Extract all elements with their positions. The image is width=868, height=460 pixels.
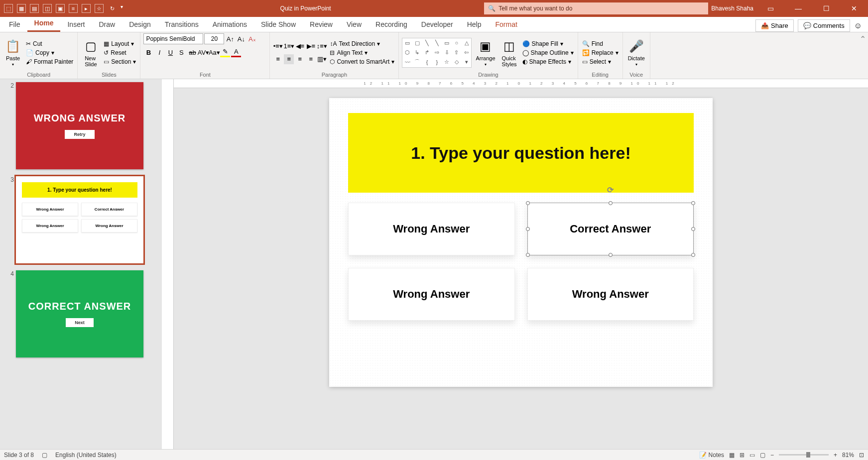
tab-home[interactable]: Home xyxy=(27,15,61,32)
tab-help[interactable]: Help xyxy=(460,17,489,32)
qat-icon[interactable]: ▦ xyxy=(17,4,26,13)
columns-button[interactable]: ▥▾ xyxy=(317,54,327,64)
qat-icon[interactable]: ▸ xyxy=(82,4,91,13)
slide-canvas-area[interactable]: 12 11 10 9 8 7 6 5 4 3 2 1 0 1 2 3 4 5 6… xyxy=(174,79,868,449)
zoom-out-button[interactable]: − xyxy=(770,452,774,459)
ribbon-display-icon[interactable]: ▭ xyxy=(759,0,781,16)
selection-handle[interactable] xyxy=(691,227,695,231)
selection-handle[interactable] xyxy=(691,201,695,205)
rotate-handle-icon[interactable]: ⟳ xyxy=(607,185,614,195)
redo-icon[interactable]: ↻ xyxy=(108,4,117,13)
shapes-gallery[interactable]: ▭▢╲╲▭○△ ⬡↳↱⇨⇩⇧⇦ 〰⌒{}☆◇▾ xyxy=(402,38,472,68)
normal-view-icon[interactable]: ▦ xyxy=(729,452,735,459)
fit-window-icon[interactable]: ⊡ xyxy=(859,452,864,459)
sorter-view-icon[interactable]: ⊞ xyxy=(740,452,744,459)
font-name-select[interactable] xyxy=(143,33,203,44)
qat-more[interactable]: ▾ xyxy=(121,4,123,13)
find-button[interactable]: 🔍 Find xyxy=(581,40,620,48)
shape-fill-button[interactable]: 🔵 Shape Fill ▾ xyxy=(521,40,575,48)
smartart-button[interactable]: ⬡ Convert to SmartArt ▾ xyxy=(329,58,395,66)
bold-button[interactable]: B xyxy=(143,47,153,57)
tab-file[interactable]: File xyxy=(2,17,27,32)
qat-icon[interactable]: ◫ xyxy=(43,4,52,13)
align-center-button[interactable]: ≡ xyxy=(284,54,294,64)
tab-draw[interactable]: Draw xyxy=(92,17,122,32)
qat-icon[interactable]: ▤ xyxy=(30,4,39,13)
format-painter-button[interactable]: 🖌 Format Painter xyxy=(25,58,74,66)
align-text-button[interactable]: ⊟ Align Text ▾ xyxy=(329,49,395,57)
select-button[interactable]: ▭ Select ▾ xyxy=(581,58,620,66)
section-button[interactable]: ▭ Section ▾ xyxy=(103,58,137,66)
slide-counter[interactable]: Slide 3 of 8 xyxy=(4,452,34,459)
slide-thumbnail-2[interactable]: WRONG ANSWER Retry xyxy=(16,82,143,169)
qat-icon[interactable]: ▣ xyxy=(56,4,65,13)
slideshow-view-icon[interactable]: ▢ xyxy=(760,452,765,459)
smiley-icon[interactable]: ☺ xyxy=(854,21,862,30)
quick-styles-button[interactable]: ◫Quick Styles xyxy=(499,37,519,68)
strikethrough-button[interactable]: ab xyxy=(187,47,197,57)
answer-box-4[interactable]: Wrong Answer xyxy=(527,268,694,321)
close-button[interactable]: ✕ xyxy=(843,0,865,16)
decrease-indent-button[interactable]: ◀≡ xyxy=(295,41,305,51)
notes-button[interactable]: 📝 Notes xyxy=(699,452,724,459)
maximize-button[interactable]: ☐ xyxy=(815,0,837,16)
selection-handle[interactable] xyxy=(609,253,613,257)
justify-button[interactable]: ≡ xyxy=(306,54,316,64)
zoom-slider[interactable] xyxy=(779,454,829,456)
answer-box-3[interactable]: Wrong Answer xyxy=(348,268,515,321)
clear-format-icon[interactable]: Aₓ xyxy=(247,34,257,44)
slide-thumbnail-4[interactable]: CORRECT ANSWER Next xyxy=(16,270,143,357)
tab-view[interactable]: View xyxy=(340,17,369,32)
qat-icon[interactable]: ≡ xyxy=(69,4,78,13)
paste-button[interactable]: 📋Paste▾ xyxy=(3,37,23,68)
italic-button[interactable]: I xyxy=(154,47,164,57)
tab-animations[interactable]: Animations xyxy=(206,17,254,32)
copy-button[interactable]: 📄 Copy ▾ xyxy=(25,49,74,57)
cut-button[interactable]: ✂ Cut xyxy=(25,40,74,48)
answer-box-2[interactable]: ⟳ Correct Answer xyxy=(527,203,694,255)
slide-thumbnails-panel[interactable]: 2 WRONG ANSWER Retry 3 1. Type your ques… xyxy=(0,79,162,449)
slide-canvas[interactable]: 1. Type your question here! Wrong Answer… xyxy=(329,98,713,387)
answer-box-1[interactable]: Wrong Answer xyxy=(348,203,515,255)
increase-indent-button[interactable]: ▶≡ xyxy=(306,41,316,51)
align-left-button[interactable]: ≡ xyxy=(273,54,283,64)
text-direction-button[interactable]: ↕A Text Direction ▾ xyxy=(329,40,395,48)
font-size-select[interactable] xyxy=(204,33,224,44)
user-name[interactable]: Bhavesh Shaha xyxy=(711,5,753,12)
shape-outline-button[interactable]: ◯ Shape Outline ▾ xyxy=(521,49,575,57)
tab-developer[interactable]: Developer xyxy=(414,17,460,32)
numbering-button[interactable]: 1≡▾ xyxy=(284,41,294,51)
share-button[interactable]: 📤 Share xyxy=(755,19,794,32)
tab-transitions[interactable]: Transitions xyxy=(158,17,206,32)
dictate-button[interactable]: 🎤Dictate▾ xyxy=(626,37,647,68)
qat-icon[interactable]: ☆ xyxy=(95,4,104,13)
decrease-font-icon[interactable]: A↓ xyxy=(236,34,246,44)
selection-handle[interactable] xyxy=(609,201,613,205)
selection-handle[interactable] xyxy=(526,253,530,257)
new-slide-button[interactable]: ▢New Slide xyxy=(81,37,101,68)
reset-button[interactable]: ↺ Reset xyxy=(103,49,137,57)
tab-slideshow[interactable]: Slide Show xyxy=(254,17,303,32)
tab-review[interactable]: Review xyxy=(303,17,340,32)
tell-me-search[interactable]: 🔍 Tell me what you want to do xyxy=(484,2,708,14)
shadow-button[interactable]: S xyxy=(176,47,186,57)
highlight-button[interactable]: ✎ xyxy=(220,47,230,57)
layout-button[interactable]: ▦ Layout ▾ xyxy=(103,40,137,48)
char-spacing-button[interactable]: AV▾ xyxy=(198,47,208,57)
arrange-button[interactable]: ▣Arrange▾ xyxy=(474,37,497,68)
font-color-button[interactable]: A xyxy=(231,47,241,57)
shape-effects-button[interactable]: ◐ Shape Effects ▾ xyxy=(521,58,575,66)
slide-thumbnail-3[interactable]: 1. Type your question here! Wrong Answer… xyxy=(16,176,143,263)
replace-button[interactable]: 🔁 Replace ▾ xyxy=(581,49,620,57)
reading-view-icon[interactable]: ▭ xyxy=(749,452,755,459)
zoom-in-button[interactable]: + xyxy=(834,452,837,459)
align-right-button[interactable]: ≡ xyxy=(295,54,305,64)
bullets-button[interactable]: •≡▾ xyxy=(273,41,283,51)
question-shape[interactable]: 1. Type your question here! xyxy=(348,113,694,193)
minimize-button[interactable]: — xyxy=(787,0,809,16)
qat-icon[interactable]: ⬚ xyxy=(4,4,13,13)
selection-handle[interactable] xyxy=(526,227,530,231)
selection-handle[interactable] xyxy=(691,253,695,257)
accessibility-icon[interactable]: ▢ xyxy=(42,452,47,459)
tab-design[interactable]: Design xyxy=(122,17,158,32)
